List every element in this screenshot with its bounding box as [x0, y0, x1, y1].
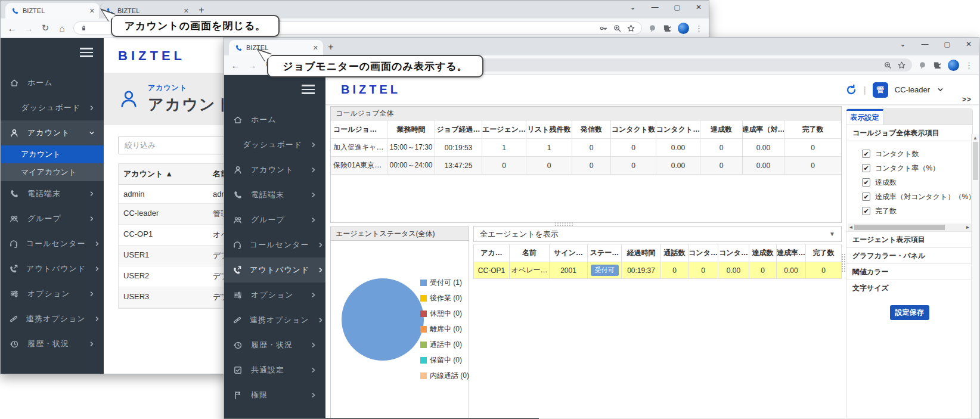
tab-search-icon[interactable]: ⌄	[629, 3, 635, 11]
column-header[interactable]: 完了数	[784, 120, 841, 139]
close-button[interactable]: ✕	[966, 40, 972, 48]
sidebar-item-group[interactable]: グループ	[1, 206, 104, 231]
sidebar-item-dashboard[interactable]: ダッシュボード	[224, 132, 325, 157]
column-header[interactable]: ジョブ経過…	[435, 120, 482, 139]
sidebar-item-person[interactable]: アカウント	[224, 157, 325, 182]
new-tab-button[interactable]: +	[323, 42, 339, 55]
tab-display-settings[interactable]: 表示設定	[846, 109, 883, 125]
minimize-button[interactable]: —	[652, 3, 659, 11]
sidebar-item-phone[interactable]: 電話端末	[224, 182, 325, 207]
settings-accordion-header[interactable]: グラフカラー・パネル	[846, 247, 972, 263]
front-tab-jobmonitor[interactable]: BIZTEL ✕	[229, 40, 323, 55]
zoom-icon[interactable]	[883, 61, 892, 70]
sidebar-item-home[interactable]: ホーム	[1, 70, 104, 95]
sidebar-item-checksquare[interactable]: 共通設定	[224, 358, 325, 383]
sidebar-item-sliders[interactable]: オプション	[1, 281, 104, 306]
column-header[interactable]: エージェン…	[482, 120, 526, 139]
column-header[interactable]: 発信数	[572, 120, 611, 139]
key-icon[interactable]	[599, 24, 608, 33]
column-header[interactable]: 達成率…	[777, 244, 806, 262]
profile-balloon-icon[interactable]	[918, 61, 927, 70]
sidebar-item-sliders[interactable]: オプション	[224, 283, 325, 308]
zoom-icon[interactable]	[613, 24, 622, 33]
sidebar-item-dashboard[interactable]: ダッシュボード	[1, 95, 104, 120]
forward-icon[interactable]: →	[247, 60, 258, 70]
sidebar-subitem[interactable]: マイアカウント	[1, 163, 104, 181]
home-icon[interactable]: ⌂	[57, 23, 67, 33]
agent-filter-dropdown[interactable]: 全エージェントを表示 ▼	[473, 226, 842, 242]
column-header[interactable]: ステー…	[588, 244, 622, 262]
bookmark-star-icon[interactable]	[897, 61, 906, 70]
column-header[interactable]: リスト残件数	[526, 120, 572, 139]
column-header[interactable]: 達成数	[700, 120, 743, 139]
checkbox[interactable]: ✔	[862, 178, 870, 187]
settings-checkbox-item[interactable]: ✔コンタクト数	[862, 147, 972, 161]
minimize-button[interactable]: —	[922, 40, 929, 48]
settings-accordion-header[interactable]: 文字サイズ	[846, 280, 972, 296]
profile-balloon-icon[interactable]	[648, 24, 657, 33]
save-settings-button[interactable]: 設定保存	[890, 305, 929, 320]
settings-checkbox-item[interactable]: ✔達成数	[862, 175, 972, 190]
collapse-panel-link[interactable]: >>	[962, 95, 972, 104]
column-header[interactable]: サイン…	[550, 244, 588, 262]
tab-close-icon[interactable]: ✕	[184, 7, 189, 15]
column-header[interactable]: 達成数	[749, 244, 777, 262]
column-header[interactable]: 通話数	[661, 244, 689, 262]
checkbox[interactable]: ✔	[862, 207, 870, 215]
column-header[interactable]: 業務時間	[387, 120, 435, 139]
sidebar-item-flag[interactable]: 権限	[224, 383, 325, 408]
sidebar-item-phone[interactable]: 電話端末	[1, 181, 104, 206]
calljob-row[interactable]: 加入促進キャ…15:00～17:3000:19:5311000.0000.000	[331, 139, 841, 157]
avatar[interactable]	[948, 60, 959, 71]
back-tab-account[interactable]: BIZTEL ✕	[5, 3, 100, 18]
settings-checkbox-item[interactable]: ✔コンタクト率（%）	[862, 161, 972, 175]
sidebar-item-home[interactable]: ホーム	[224, 107, 325, 132]
back-icon[interactable]: ←	[7, 23, 17, 33]
sidebar-item-history[interactable]: 履歴・状況	[224, 333, 325, 358]
refresh-icon[interactable]	[845, 84, 857, 96]
scrollbar-thumb[interactable]	[854, 225, 945, 230]
column-header[interactable]: 達成率（対…	[743, 120, 784, 139]
sidebar-item-link[interactable]: 連携オプション	[1, 306, 104, 331]
splitter-handle-vertical[interactable]	[842, 254, 845, 272]
calljob-row[interactable]: 保険01A東京…00:00～24:0013:47:2500000.0000.00…	[331, 157, 841, 175]
tab-close-icon[interactable]: ✕	[313, 44, 318, 52]
avatar[interactable]	[678, 23, 689, 34]
maximize-button[interactable]: ▢	[674, 4, 680, 11]
settings-checkbox-item[interactable]: ✔完了数	[862, 204, 972, 218]
tab-close-icon[interactable]: ✕	[89, 7, 95, 15]
chrome-menu-icon[interactable]: ⋮	[695, 24, 703, 33]
column-header[interactable]: コンタ…	[718, 244, 749, 262]
sidebar-item-history[interactable]: 履歴・状況	[1, 331, 104, 356]
scroll-up-icon[interactable]: ▲	[973, 134, 978, 141]
sidebar-subitem[interactable]: アカウント	[1, 145, 104, 163]
tab-search-icon[interactable]: ⌄	[900, 40, 905, 48]
splitter-handle-horizontal[interactable]	[555, 222, 573, 226]
scroll-right-icon[interactable]: ►	[965, 225, 971, 230]
column-header[interactable]: 名前	[510, 244, 550, 262]
bookmark-star-icon[interactable]	[627, 24, 635, 33]
chrome-menu-icon[interactable]: ⋮	[965, 61, 973, 70]
hamburger-icon[interactable]	[80, 48, 93, 60]
column-header[interactable]: コンタクト…	[656, 120, 700, 139]
sidebar-item-link[interactable]: 連携オプション	[224, 308, 325, 333]
scroll-left-icon[interactable]: ◄	[848, 225, 854, 230]
maximize-button[interactable]: ▢	[944, 41, 950, 48]
column-header[interactable]: 完了数	[806, 244, 841, 262]
forward-icon[interactable]: →	[23, 23, 34, 33]
scrollbar-thumb[interactable]	[973, 142, 978, 180]
settings-accordion-header[interactable]: エージェント表示項目	[846, 231, 972, 247]
checkbox[interactable]: ✔	[862, 193, 870, 201]
back-icon[interactable]: ←	[230, 60, 241, 70]
column-header[interactable]: コンタクト数	[611, 120, 656, 139]
checkbox[interactable]: ✔	[862, 164, 870, 172]
checkbox[interactable]: ✔	[862, 150, 870, 158]
chevron-down-icon[interactable]	[936, 86, 944, 94]
column-header[interactable]: コールジョ…	[331, 120, 387, 139]
column-header[interactable]: コンタ…	[689, 244, 718, 262]
close-button[interactable]: ✕	[696, 3, 702, 11]
sidebar-item-group[interactable]: グループ	[224, 207, 325, 232]
sidebar-item-headset[interactable]: コールセンター	[1, 231, 104, 256]
hamburger-icon[interactable]	[302, 85, 315, 97]
column-header[interactable]: アカウント ▲	[119, 164, 208, 185]
